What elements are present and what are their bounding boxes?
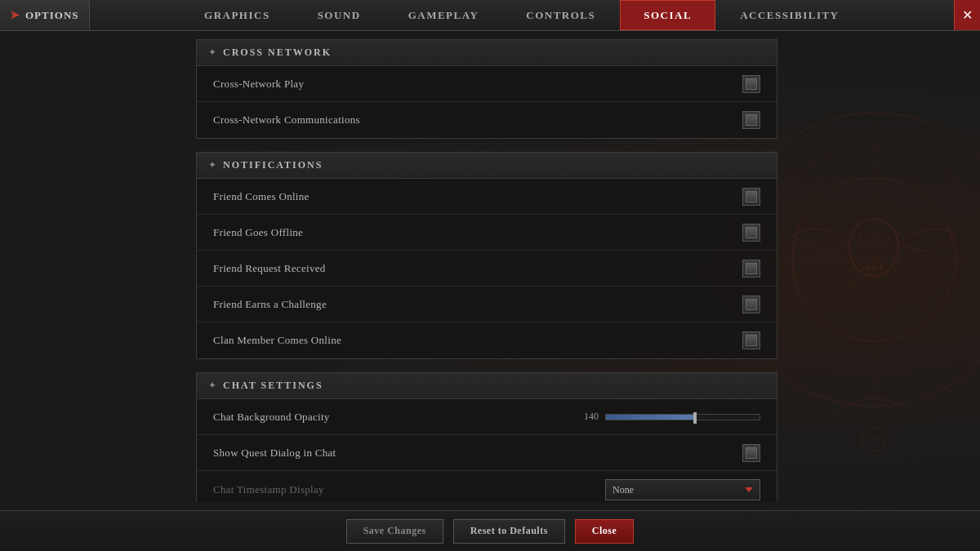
slider-track-opacity[interactable] bbox=[605, 414, 760, 420]
slider-fill-opacity bbox=[606, 415, 695, 420]
main-content: ✦ CROSS NETWORK Cross-Network Play Cross… bbox=[0, 31, 980, 510]
nav-tabs: GRAPHICSSOUNDGAMEPLAYCONTROLSSOCIALACCES… bbox=[90, 0, 954, 30]
slider-container-opacity: 140 bbox=[574, 411, 760, 423]
section-notifications: ✦ NOTIFICATIONS Friend Comes Online Frie… bbox=[196, 152, 777, 359]
options-label: OPTIONS bbox=[25, 9, 79, 22]
navigation-bar: ➤ OPTIONS GRAPHICSSOUNDGAMEPLAYCONTROLSS… bbox=[0, 0, 980, 31]
label-chat-opacity: Chat Background Opacity bbox=[213, 411, 330, 424]
setting-row-chat-timestamp: Chat Timestamp Display None bbox=[197, 471, 777, 502]
setting-row-friend-offline: Friend Goes Offline bbox=[197, 215, 777, 251]
label-clan-online: Clan Member Comes Online bbox=[213, 334, 341, 347]
close-button[interactable]: Close bbox=[575, 519, 635, 544]
toggle-friend-request[interactable] bbox=[742, 260, 760, 278]
setting-row-cross-network-comms: Cross-Network Communications bbox=[197, 102, 777, 138]
reset-defaults-button[interactable]: Reset to Defaults bbox=[453, 519, 565, 544]
setting-row-friend-online: Friend Comes Online bbox=[197, 179, 777, 215]
label-cross-network-comms: Cross-Network Communications bbox=[213, 113, 360, 127]
section-header-chat: ✦ CHAT SETTINGS bbox=[197, 373, 777, 399]
slider-value-opacity: 140 bbox=[574, 411, 599, 423]
dropdown-arrow-icon bbox=[745, 487, 753, 492]
section-cross-network: ✦ CROSS NETWORK Cross-Network Play Cross… bbox=[196, 39, 777, 139]
bottom-bar: Save Changes Reset to Defaults Close bbox=[0, 510, 980, 551]
setting-row-friend-challenge: Friend Earns a Challenge bbox=[197, 287, 777, 322]
toggle-friend-challenge[interactable] bbox=[742, 295, 760, 313]
nav-arrow-icon: ➤ bbox=[10, 8, 20, 22]
settings-panel: ✦ CROSS NETWORK Cross-Network Play Cross… bbox=[180, 31, 800, 510]
setting-row-quest-dialog: Show Quest Dialog in Chat bbox=[197, 435, 777, 471]
section-icon-notifications: ✦ bbox=[208, 159, 216, 171]
toggle-clan-online[interactable] bbox=[742, 331, 760, 349]
toggle-cross-network-play[interactable] bbox=[742, 75, 760, 93]
toggle-friend-online[interactable] bbox=[742, 188, 760, 206]
label-friend-offline: Friend Goes Offline bbox=[213, 226, 303, 239]
section-header-notifications: ✦ NOTIFICATIONS bbox=[197, 153, 777, 179]
close-icon: ✕ bbox=[962, 7, 973, 23]
setting-row-chat-opacity: Chat Background Opacity 140 bbox=[197, 399, 777, 435]
label-friend-challenge: Friend Earns a Challenge bbox=[213, 298, 327, 311]
toggle-quest-dialog[interactable] bbox=[742, 444, 760, 462]
setting-row-clan-online: Clan Member Comes Online bbox=[197, 322, 777, 358]
settings-scroll-area[interactable]: ✦ CROSS NETWORK Cross-Network Play Cross… bbox=[196, 39, 784, 502]
section-chat-settings: ✦ CHAT SETTINGS Chat Background Opacity … bbox=[196, 372, 777, 502]
nav-tab-graphics[interactable]: GRAPHICS bbox=[181, 0, 293, 30]
section-title-chat: CHAT SETTINGS bbox=[223, 380, 323, 392]
dropdown-value-chat-timestamp: None bbox=[612, 484, 634, 496]
dropdown-chat-timestamp[interactable]: None bbox=[605, 479, 760, 500]
toggle-cross-network-comms[interactable] bbox=[742, 111, 760, 129]
nav-tab-controls[interactable]: CONTROLS bbox=[503, 0, 618, 30]
setting-row-cross-network-play: Cross-Network Play bbox=[197, 66, 777, 102]
setting-row-friend-request: Friend Request Received bbox=[197, 251, 777, 287]
label-chat-timestamp: Chat Timestamp Display bbox=[213, 483, 324, 496]
nav-close-button[interactable]: ✕ bbox=[954, 0, 980, 30]
label-friend-request: Friend Request Received bbox=[213, 262, 326, 275]
nav-tab-sound[interactable]: SOUND bbox=[295, 0, 384, 30]
section-title-cross-network: CROSS NETWORK bbox=[223, 47, 332, 59]
save-changes-button[interactable]: Save Changes bbox=[346, 519, 443, 544]
nav-tab-social[interactable]: SOCIAL bbox=[620, 0, 715, 30]
label-friend-online: Friend Comes Online bbox=[213, 190, 310, 203]
options-button[interactable]: ➤ OPTIONS bbox=[0, 0, 90, 30]
section-header-cross-network: ✦ CROSS NETWORK bbox=[197, 40, 777, 66]
section-icon-cross-network: ✦ bbox=[208, 47, 216, 59]
nav-tab-gameplay[interactable]: GAMEPLAY bbox=[385, 0, 502, 30]
nav-tab-accessibility[interactable]: ACCESSIBILITY bbox=[717, 0, 862, 30]
label-cross-network-play: Cross-Network Play bbox=[213, 78, 304, 91]
slider-handle-opacity[interactable] bbox=[693, 412, 697, 424]
section-title-notifications: NOTIFICATIONS bbox=[223, 159, 323, 171]
section-icon-chat: ✦ bbox=[208, 380, 216, 392]
toggle-friend-offline[interactable] bbox=[742, 224, 760, 242]
label-quest-dialog: Show Quest Dialog in Chat bbox=[213, 447, 336, 460]
